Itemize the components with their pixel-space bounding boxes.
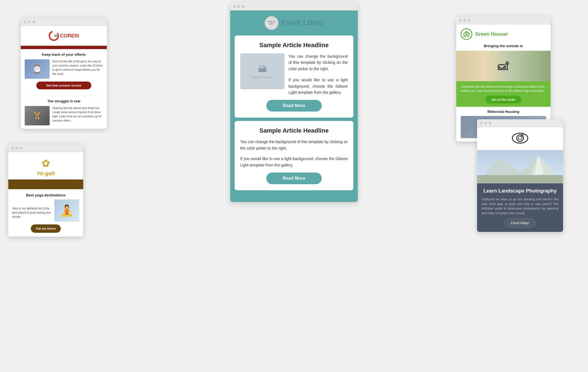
corefit-logo: fit COREfit bbox=[48, 30, 79, 41]
main-email-window: CLICK TO EDIT YOUR LOGO Sample Article H… bbox=[230, 3, 358, 202]
logo-placeholder-circle[interactable]: CLICK TO EDIT bbox=[265, 16, 278, 30]
greenhouser-logo-icon bbox=[461, 28, 472, 40]
corefit-section2-text: Heaving that bar above your head can cre… bbox=[52, 106, 103, 123]
corefit-row2: 🏋 Heaving that bar above your head can c… bbox=[25, 106, 103, 125]
greenhouser-tagline: Bringing the outside in bbox=[456, 44, 551, 51]
yogah-lotus-icon: ✿ bbox=[42, 158, 50, 169]
dot-green bbox=[489, 122, 491, 125]
greenhouser-green-section: Courtyards and big windows are two ways … bbox=[456, 81, 551, 107]
yogah-bottom-area: Here is our definitive list of the best … bbox=[12, 199, 79, 222]
yogah-button[interactable]: Tell me where bbox=[31, 224, 61, 233]
logo-placeholder-text: CLICK TO EDIT bbox=[265, 20, 278, 26]
dot-green bbox=[468, 19, 471, 22]
article1-body: 🏔 CLICK TO EDIT You can change the backg… bbox=[240, 53, 348, 95]
greenhouser-button[interactable]: Get all the tricks bbox=[485, 96, 521, 103]
yogah-browser-bar bbox=[8, 144, 83, 152]
image-mountain-icon: 🏔 bbox=[258, 64, 267, 74]
dot-yellow bbox=[484, 122, 487, 125]
article1-read-more-button[interactable]: Read More bbox=[266, 100, 322, 112]
corefit-red-bar bbox=[21, 46, 107, 49]
svg-rect-11 bbox=[477, 175, 563, 183]
corefit-section2-title: The struggle is real bbox=[25, 99, 103, 103]
dot-green bbox=[20, 147, 23, 150]
camera-bottom-section: Learn Landscape Photography Confused on … bbox=[477, 183, 563, 232]
corefit-section1-text: Don't let the flab of life get in the wa… bbox=[52, 59, 103, 76]
camera-content: Learn Landscape Photography Confused on … bbox=[477, 127, 563, 232]
corefit-watch-image: ⌚ bbox=[25, 59, 50, 79]
article1-text2: If you would like to use a light backgro… bbox=[288, 77, 348, 95]
article2-text2: If you would like to use a light backgro… bbox=[240, 156, 348, 168]
greenhouser-section2-title: Millennial Housing bbox=[461, 110, 546, 114]
yogah-brown-bar bbox=[8, 179, 83, 189]
dot-yellow bbox=[463, 19, 466, 22]
greenhouser-hero-image: 🛋 bbox=[456, 51, 551, 81]
corefit-section1: Keep track of your efforts ⌚ Don't let t… bbox=[21, 49, 107, 95]
article1-text-content: You can change the background of this te… bbox=[288, 53, 348, 95]
main-browser-bar bbox=[230, 3, 358, 11]
dot-red bbox=[11, 147, 14, 150]
yogah-section: Best yoga destinations Here is our defin… bbox=[8, 189, 83, 237]
greenhouser-brand-name: Green Houser bbox=[475, 31, 508, 37]
house-icon bbox=[463, 31, 470, 38]
logo-text: YOUR LOGO bbox=[281, 19, 323, 27]
dot-red bbox=[233, 5, 236, 8]
dot-red bbox=[459, 19, 462, 22]
camera-browser-bar bbox=[477, 119, 563, 127]
greenhouser-browser-bar bbox=[456, 17, 551, 24]
article-card-2: Sample Article Headline You can change t… bbox=[235, 121, 353, 190]
article1-text1: You can change the background of this te… bbox=[288, 53, 348, 72]
main-content-area: CLICK TO EDIT YOUR LOGO Sample Article H… bbox=[230, 11, 358, 202]
article2-read-more-button[interactable]: Read More bbox=[266, 173, 322, 184]
svg-point-5 bbox=[518, 136, 522, 140]
dot-green bbox=[32, 21, 35, 23]
yogah-section-title: Best yoga destinations bbox=[12, 193, 79, 197]
camera-text: Confused on when to go out shooting and … bbox=[481, 197, 559, 215]
corefit-section1-title: Keep track of your efforts bbox=[25, 52, 103, 57]
dot-red bbox=[24, 21, 26, 23]
yogah-content: ✿ Yo-gah Best yoga destinations Here is … bbox=[8, 152, 83, 237]
yogah-person-image: 🧘 bbox=[54, 199, 79, 222]
svg-text:fit: fit bbox=[54, 34, 57, 37]
corefit-row1: ⌚ Don't let the flab of life get in the … bbox=[25, 59, 103, 79]
corefit-content: fit COREfit Keep track of your efforts ⌚… bbox=[21, 26, 107, 129]
yogah-text-col: Here is our definitive list of the best … bbox=[12, 206, 52, 222]
corefit-section2: The struggle is real 🏋 Heaving that bar … bbox=[21, 95, 107, 129]
camera-logo-area bbox=[477, 127, 563, 150]
camera-mountain-image bbox=[477, 150, 563, 183]
yogah-section-text: Here is our definitive list of the best … bbox=[12, 206, 52, 219]
svg-point-2 bbox=[466, 32, 467, 34]
camera-enroll-button[interactable]: Enroll today! bbox=[505, 219, 536, 227]
watch-emoji: ⌚ bbox=[32, 65, 42, 74]
greenhouser-logo-area: Green Houser bbox=[456, 24, 551, 44]
article1-click-to-edit: CLICK TO EDIT bbox=[252, 76, 273, 79]
mountain-svg bbox=[477, 150, 563, 183]
greenhouser-section1-text: Courtyards and big windows are two ways … bbox=[461, 85, 546, 93]
main-logo-area: CLICK TO EDIT YOUR LOGO bbox=[235, 16, 353, 30]
article-card-1: Sample Article Headline 🏔 CLICK TO EDIT … bbox=[235, 36, 353, 118]
svg-point-4 bbox=[517, 135, 523, 141]
corefit-fight-image: 🏋 bbox=[25, 106, 50, 125]
corefit-logo-icon: fit bbox=[48, 30, 59, 41]
corefit-browser-bar bbox=[21, 18, 107, 26]
yoga-person-icon: 🧘 bbox=[60, 204, 74, 217]
corefit-window: fit COREfit Keep track of your efforts ⌚… bbox=[21, 18, 107, 129]
article2-headline: Sample Article Headline bbox=[240, 127, 348, 134]
camera-lens-icon bbox=[512, 133, 528, 146]
fight-emoji: 🏋 bbox=[32, 111, 42, 120]
article1-image[interactable]: 🏔 CLICK TO EDIT bbox=[240, 53, 285, 89]
article2-text1: You can change the background of this te… bbox=[240, 139, 348, 151]
yogah-window: ✿ Yo-gah Best yoga destinations Here is … bbox=[8, 144, 83, 237]
camera-svg-icon bbox=[512, 133, 528, 144]
yogah-logo-area: ✿ Yo-gah bbox=[8, 152, 83, 179]
corefit-logo-area: fit COREfit bbox=[21, 26, 107, 46]
camera-headline: Learn Landscape Photography bbox=[481, 188, 559, 194]
dot-red bbox=[480, 122, 483, 125]
corefit-section1-button[interactable]: Get that summer bronze bbox=[36, 82, 91, 89]
dot-yellow bbox=[16, 147, 18, 150]
dot-yellow bbox=[237, 5, 240, 8]
greenhouser-hero-inner: 🛋 bbox=[456, 51, 551, 81]
dot-green bbox=[242, 5, 245, 8]
yogah-brand-name: Yo-gah bbox=[36, 170, 55, 177]
corefit-brand-name: COREfit bbox=[60, 33, 79, 39]
article1-headline: Sample Article Headline bbox=[240, 42, 348, 49]
